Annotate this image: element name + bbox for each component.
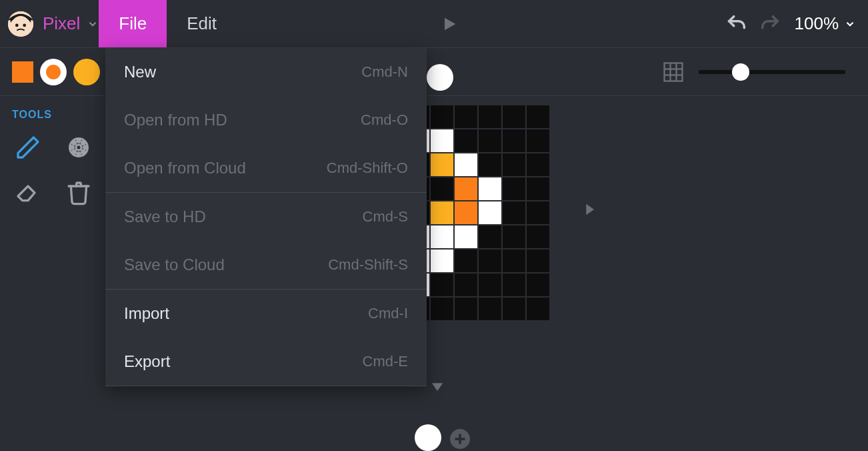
pixel-cell[interactable] <box>479 201 501 224</box>
svg-point-14 <box>84 146 87 149</box>
menu-edit[interactable]: Edit <box>167 0 237 47</box>
pixel-cell[interactable] <box>431 105 453 128</box>
pixel-cell[interactable] <box>431 274 453 296</box>
file-menu-dropdown: New Cmd-N Open from HD Cmd-O Open from C… <box>105 48 427 386</box>
menu-edit-label: Edit <box>187 13 217 34</box>
pixel-cell[interactable] <box>527 226 549 248</box>
menu-file[interactable]: File <box>99 0 167 47</box>
color-swatch-ring[interactable] <box>40 59 67 85</box>
menu-item-shortcut: Cmd-N <box>361 63 408 81</box>
pixel-cell[interactable] <box>527 177 549 200</box>
frame-thumbnail[interactable] <box>415 424 441 451</box>
pixel-cell[interactable] <box>431 298 453 320</box>
pixel-cell[interactable] <box>503 274 525 296</box>
grid-toggle-icon[interactable] <box>661 60 685 84</box>
pixel-cell[interactable] <box>527 129 549 152</box>
pixel-cell[interactable] <box>455 129 477 152</box>
pixel-cell[interactable] <box>527 153 549 176</box>
pixel-cell[interactable] <box>527 274 549 296</box>
pixel-cell[interactable] <box>479 129 501 152</box>
pixel-cell[interactable] <box>455 250 477 272</box>
menu-item-label: New <box>124 63 156 81</box>
pixel-cell[interactable] <box>479 105 501 128</box>
svg-point-15 <box>73 141 75 144</box>
avatar[interactable] <box>8 11 33 37</box>
pixel-cell[interactable] <box>455 153 477 176</box>
svg-point-17 <box>73 151 75 153</box>
menu-item-export[interactable]: Export Cmd-E <box>105 338 427 386</box>
pixel-cell[interactable] <box>527 105 549 128</box>
pixel-cell[interactable] <box>503 177 525 200</box>
menu-item-shortcut: Cmd-E <box>363 353 408 370</box>
expand-down-arrow-icon[interactable] <box>428 377 447 396</box>
trash-tool[interactable] <box>63 177 95 209</box>
pixel-cell[interactable] <box>455 105 477 128</box>
next-frame-arrow-icon[interactable] <box>580 200 599 219</box>
menu-item-label: Save to Cloud <box>124 256 225 274</box>
tools-heading: TOOLS <box>12 109 93 121</box>
pixel-cell[interactable] <box>503 201 525 224</box>
slider-thumb[interactable] <box>732 63 749 81</box>
pixel-cell[interactable] <box>431 129 453 152</box>
pixel-cell[interactable] <box>479 298 501 320</box>
pixel-cell[interactable] <box>503 250 525 272</box>
pixel-cell[interactable] <box>455 177 477 200</box>
pixel-cell[interactable] <box>479 177 501 200</box>
top-menubar: Pixel File Edit 100% <box>0 0 868 48</box>
pixel-cell[interactable] <box>503 153 525 176</box>
pixel-cell[interactable] <box>503 298 525 320</box>
pixel-cell[interactable] <box>431 177 453 200</box>
pixel-cell[interactable] <box>431 250 453 272</box>
pixel-cell[interactable] <box>503 105 525 128</box>
menu-item-save-hd[interactable]: Save to HD Cmd-S <box>105 193 427 241</box>
frame-thumbnail[interactable] <box>427 64 453 91</box>
svg-point-2 <box>23 23 26 27</box>
pencil-tool[interactable] <box>12 131 44 163</box>
pixel-cell[interactable] <box>479 250 501 272</box>
pixel-cell[interactable] <box>479 274 501 296</box>
pixel-cell[interactable] <box>527 298 549 320</box>
pixel-cell[interactable] <box>431 153 453 176</box>
menu-item-shortcut: Cmd-S <box>363 208 408 226</box>
menu-item-label: Open from HD <box>124 111 227 129</box>
svg-point-13 <box>71 146 73 149</box>
menu-item-open-cloud[interactable]: Open from Cloud Cmd-Shift-O <box>105 144 427 192</box>
menu-item-save-cloud[interactable]: Save to Cloud Cmd-Shift-S <box>105 241 427 289</box>
svg-point-1 <box>15 23 19 27</box>
eraser-tool[interactable] <box>12 177 44 209</box>
zoom-slider[interactable] <box>699 70 845 74</box>
gear-tool[interactable] <box>63 131 95 163</box>
color-swatch-primary[interactable] <box>12 61 33 83</box>
menu-separator <box>105 386 427 386</box>
menu-item-shortcut: Cmd-O <box>361 111 408 129</box>
pixel-cell[interactable] <box>455 298 477 320</box>
pixel-cell[interactable] <box>455 226 477 248</box>
pixel-cell[interactable] <box>479 226 501 248</box>
pixel-cell[interactable] <box>455 274 477 296</box>
menu-item-shortcut: Cmd-I <box>368 305 408 322</box>
undo-button[interactable] <box>725 13 748 35</box>
add-frame-button[interactable] <box>448 427 472 451</box>
color-swatch-secondary[interactable] <box>73 59 100 85</box>
pixel-cell[interactable] <box>431 201 453 224</box>
zoom-control[interactable]: 100% <box>795 13 857 34</box>
mode-label[interactable]: Pixel <box>43 13 80 34</box>
pixel-cell[interactable] <box>455 201 477 224</box>
svg-rect-4 <box>665 63 683 81</box>
menu-item-label: Export <box>124 352 170 371</box>
pixel-cell[interactable] <box>479 153 501 176</box>
menu-item-new[interactable]: New Cmd-N <box>105 48 427 96</box>
pixel-cell[interactable] <box>503 129 525 152</box>
pixel-cell[interactable] <box>431 226 453 248</box>
svg-point-12 <box>77 153 80 155</box>
svg-marker-19 <box>586 204 594 215</box>
play-button[interactable] <box>440 15 459 33</box>
chevron-down-icon[interactable] <box>87 18 99 30</box>
menu-item-import[interactable]: Import Cmd-I <box>105 290 427 338</box>
menu-item-open-hd[interactable]: Open from HD Cmd-O <box>105 96 427 144</box>
pixel-cell[interactable] <box>527 201 549 224</box>
pixel-cell[interactable] <box>527 250 549 272</box>
tools-sidebar: TOOLS <box>0 97 105 221</box>
pixel-cell[interactable] <box>503 226 525 248</box>
svg-point-11 <box>77 139 80 142</box>
